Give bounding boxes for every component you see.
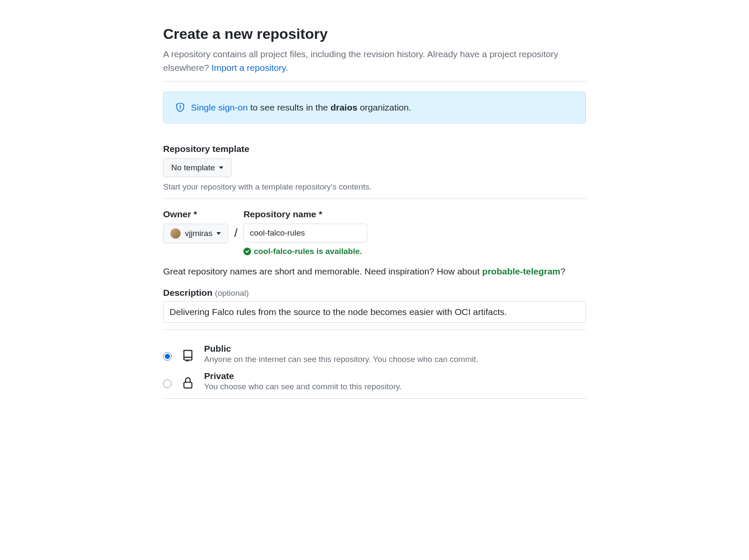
name-suggestion[interactable]: probable-telegram (482, 266, 560, 276)
divider (163, 330, 586, 330)
import-repository-link[interactable]: Import a repository. (211, 63, 288, 73)
inspiration-text: Great repository names are short and mem… (163, 265, 586, 278)
shield-alert-icon (176, 103, 185, 112)
template-select[interactable]: No template (163, 158, 231, 177)
inspiration-prefix: Great repository names are short and mem… (163, 266, 482, 276)
banner-org: draios (331, 102, 357, 112)
private-radio[interactable] (163, 379, 172, 388)
inspiration-suffix: ? (560, 266, 565, 276)
banner-suffix: organization. (357, 102, 411, 112)
template-selected-value: No template (171, 163, 215, 172)
private-description: You choose who can see and commit to thi… (204, 382, 586, 391)
divider (163, 398, 586, 399)
public-radio[interactable] (163, 352, 172, 361)
public-title: Public (204, 344, 586, 354)
sso-banner: Single sign-on to see results in the dra… (163, 92, 586, 123)
public-description: Anyone on the internet can see this repo… (204, 355, 586, 364)
slash-separator: / (234, 226, 237, 240)
owner-select[interactable]: vjjmiras (163, 224, 228, 243)
divider (163, 81, 586, 82)
visibility-public-option[interactable]: Public Anyone on the internet can see th… (163, 340, 586, 368)
repo-name-input[interactable] (243, 224, 367, 242)
availability-text: cool-falco-rules is available. (254, 247, 362, 256)
description-label: Description (optional) (163, 288, 586, 298)
chevron-down-icon (217, 232, 221, 235)
avatar (170, 228, 181, 239)
page-title: Create a new repository (163, 26, 586, 42)
svg-rect-2 (184, 382, 192, 388)
svg-point-0 (180, 108, 181, 109)
banner-text: Single sign-on to see results in the dra… (191, 102, 411, 113)
private-title: Private (204, 371, 586, 381)
divider (163, 198, 586, 199)
lock-icon (181, 376, 195, 390)
template-hint: Start your repository with a template re… (163, 182, 586, 192)
repo-icon (181, 349, 195, 362)
check-circle-icon (243, 248, 251, 255)
chevron-down-icon (219, 166, 223, 169)
repo-name-label: Repository name * (243, 209, 367, 219)
availability-message: cool-falco-rules is available. (243, 247, 367, 256)
owner-username: vjjmiras (185, 229, 212, 238)
description-input[interactable] (163, 301, 586, 323)
template-label: Repository template (163, 144, 586, 154)
owner-label: Owner * (163, 209, 228, 219)
optional-hint: (optional) (215, 289, 249, 298)
description-label-text: Description (163, 288, 215, 298)
page-subtitle: A repository contains all project files,… (163, 47, 586, 74)
banner-middle: to see results in the (248, 102, 331, 112)
visibility-private-option[interactable]: Private You choose who can see and commi… (163, 368, 586, 395)
sso-link[interactable]: Single sign-on (191, 102, 248, 112)
